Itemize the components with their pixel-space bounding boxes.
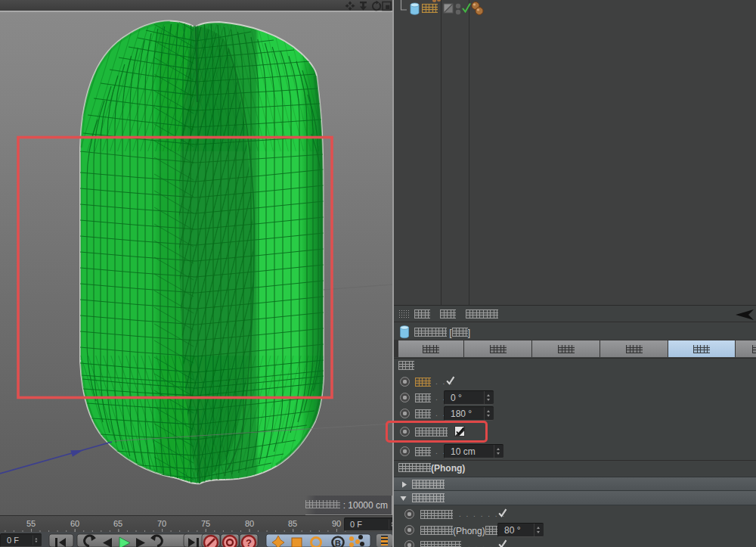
svg-text:80: 80 [245, 519, 254, 528]
svg-text:85: 85 [288, 519, 297, 528]
svg-text:60: 60 [70, 519, 79, 528]
svg-text:75: 75 [201, 519, 210, 528]
svg-text:65: 65 [113, 519, 122, 528]
svg-text:90: 90 [332, 519, 341, 528]
svg-text:?: ? [246, 537, 252, 547]
svg-text:55: 55 [26, 519, 36, 528]
svg-text:70: 70 [157, 519, 166, 528]
svg-text:B: B [335, 539, 341, 547]
